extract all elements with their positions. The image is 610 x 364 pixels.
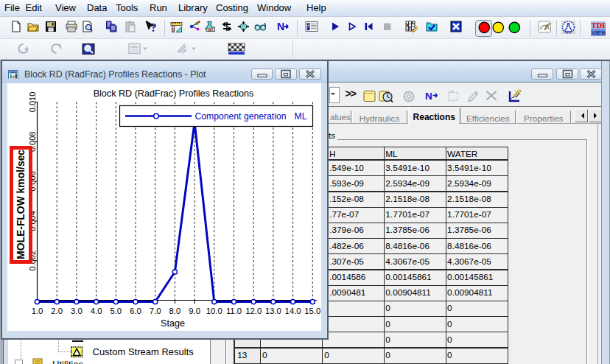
svg-text:1.0: 1.0 (32, 307, 43, 315)
svg-text:4.0: 4.0 (91, 307, 102, 315)
svg-text:TDE: TDE (592, 21, 606, 29)
svg-text:2.0: 2.0 (51, 307, 63, 315)
svg-text:3.0: 3.0 (71, 307, 83, 315)
svg-text:13.0: 13.0 (265, 307, 281, 315)
svg-text:Block RD (RadFrac) Profiles Re: Block RD (RadFrac) Profiles Reactions (94, 88, 254, 99)
svg-text:Stage: Stage (161, 318, 185, 329)
svg-text:10.0: 10.0 (206, 307, 222, 315)
svg-text:Component generation: Component generation (194, 111, 286, 122)
svg-text:6.0: 6.0 (130, 307, 141, 315)
svg-text:8.0: 8.0 (169, 307, 181, 315)
svg-text:9.0: 9.0 (189, 307, 200, 315)
svg-text:ML: ML (294, 111, 306, 122)
svg-text:15.0: 15.0 (304, 307, 320, 315)
svg-text:VIEW: VIEW (592, 29, 606, 36)
svg-text:14.0: 14.0 (285, 307, 301, 315)
svg-text:12.0: 12.0 (245, 307, 262, 315)
svg-text:?: ? (151, 21, 157, 34)
svg-text:5.0: 5.0 (110, 307, 122, 315)
svg-text:N: N (425, 91, 432, 102)
svg-text:7.0: 7.0 (150, 307, 161, 315)
svg-text:N: N (277, 21, 284, 32)
svg-text:11.0: 11.0 (226, 307, 242, 315)
svg-text:0.010: 0.010 (28, 92, 37, 113)
